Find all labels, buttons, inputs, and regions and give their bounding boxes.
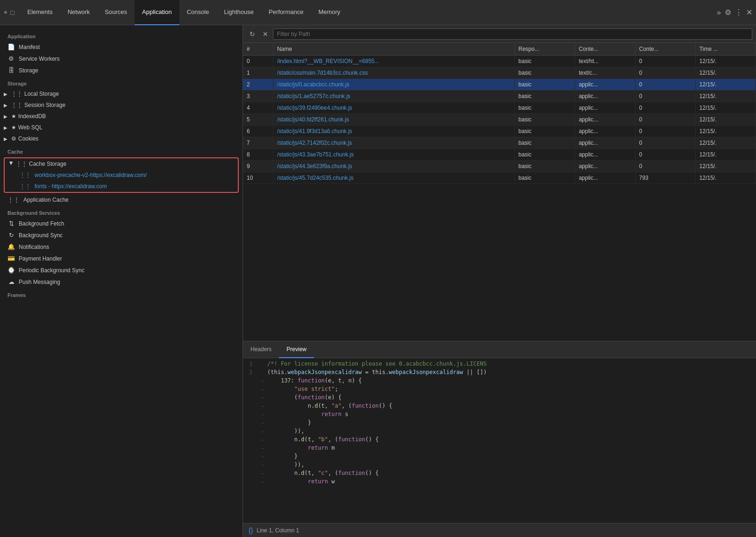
sidebar-item-cookies[interactable]: ▶ ⚙ Cookies [0, 133, 242, 144]
more-options-icon[interactable]: ⋮ [735, 8, 742, 17]
tab-lighthouse[interactable]: Lighthouse [216, 0, 261, 25]
sidebar-notifications-label: Notifications [19, 244, 49, 250]
web-sql-icon: ★ [11, 124, 16, 131]
table-row[interactable]: 0 /index.html?__WB_REVISION__=6855... ba… [243, 56, 756, 67]
storage-section-header: Storage [0, 76, 242, 88]
tab-headers[interactable]: Headers [243, 341, 279, 358]
sidebar-item-cache-storage[interactable]: ▶ ⋮⋮ Cache Storage [5, 158, 238, 170]
tab-console[interactable]: Console [179, 0, 217, 25]
indexed-db-chevron: ▶ [4, 114, 9, 119]
sidebar-item-cache-sub2[interactable]: ⋮⋮ fonts - https://excalidraw.com [5, 181, 238, 192]
toolbar-icons: ⌖ □ [4, 8, 14, 16]
indexed-db-icon: ★ [11, 113, 16, 120]
bg-fetch-icon: ⇅ [7, 220, 15, 227]
sidebar-item-local-storage[interactable]: ▶ ⋮⋮ Local Storage [0, 88, 242, 99]
periodic-bg-sync-icon: ⌚ [7, 267, 15, 274]
sidebar-periodic-bg-sync-label: Periodic Background Sync [19, 267, 85, 274]
sidebar-item-bg-fetch[interactable]: ⇅ Background Fetch [0, 218, 242, 229]
sidebar-item-session-storage[interactable]: ▶ ⋮⋮ Session Storage [0, 99, 242, 111]
code-line-5: - (function(e) { [243, 394, 756, 402]
sidebar-item-cache-sub1[interactable]: ⋮⋮ workbox-precache-v2-https://excalidra… [5, 170, 238, 181]
sidebar-item-bg-sync[interactable]: ↻ Background Sync [0, 229, 242, 241]
table-row[interactable]: 1 /static/css/main.7d14b3cc.chunk.css ba… [243, 67, 756, 79]
app-section-header: Application [0, 29, 242, 41]
tab-memory[interactable]: Memory [311, 0, 348, 25]
tab-bar-right: » ⚙ ⋮ ✕ [717, 8, 752, 17]
line-col-status: Line 1, Column 1 [257, 527, 299, 534]
code-line-2: 2 (this.webpackJsonpexcalidraw = this.we… [243, 368, 756, 377]
code-line-1: 1 /*! For license information please see… [243, 360, 756, 368]
local-storage-chevron: ▶ [4, 92, 9, 97]
sidebar-item-indexed-db[interactable]: ▶ ★ IndexedDB [0, 111, 242, 122]
web-sql-chevron: ▶ [4, 125, 9, 130]
tab-sources[interactable]: Sources [97, 0, 135, 25]
payment-handler-icon: 💳 [7, 255, 15, 262]
status-bar: {} Line 1, Column 1 [243, 523, 756, 537]
col-response: Respo... [514, 43, 575, 56]
bottom-tab-bar: Headers Preview [243, 341, 756, 358]
sidebar-item-app-cache[interactable]: ⋮⋮ Application Cache [0, 194, 242, 205]
table-row[interactable]: 9 /static/js/44.3e623f9a.chunk.js basic … [243, 161, 756, 172]
right-panel: ↻ ✕ # Name Respo... Conte... Conte... Ti… [243, 25, 756, 537]
sidebar-item-periodic-bg-sync[interactable]: ⌚ Periodic Background Sync [0, 264, 242, 276]
table-row[interactable]: 6 /static/js/41.9f3d13a6.chunk.js basic … [243, 126, 756, 137]
session-storage-chevron: ▶ [4, 103, 9, 108]
table-row[interactable]: 7 /static/js/42.7142f02c.chunk.js basic … [243, 137, 756, 149]
tab-elements[interactable]: Elements [20, 0, 60, 25]
main-container: Application 📄 Manifest ⚙ Service Workers… [0, 25, 756, 537]
cache-sub1-icon: ⋮⋮ [20, 172, 31, 178]
table-row[interactable]: 8 /static/js/43.3ae7b751.chunk.js basic … [243, 149, 756, 161]
cache-storage-icon: ⋮⋮ [16, 161, 27, 167]
cache-table: # Name Respo... Conte... Conte... Time .… [243, 43, 756, 341]
sidebar-item-manifest[interactable]: 📄 Manifest [0, 41, 242, 53]
tab-preview[interactable]: Preview [279, 341, 314, 358]
sidebar-app-cache-label: Application Cache [23, 197, 69, 203]
code-preview: 1 /*! For license information please see… [243, 358, 756, 523]
code-line-12: - } [243, 452, 756, 461]
sidebar-item-storage-label[interactable]: 🗄 Storage [0, 64, 242, 76]
storage-icon: 🗄 [7, 67, 15, 74]
service-workers-icon: ⚙ [7, 55, 15, 62]
filter-input[interactable] [273, 28, 752, 40]
settings-icon[interactable]: ⚙ [725, 8, 731, 17]
code-line-6: - n.d(t, "a", (function() { [243, 402, 756, 410]
close-icon[interactable]: ✕ [746, 8, 752, 17]
table-row[interactable]: 5 /static/js/40.fd2ff261.chunk.js basic … [243, 114, 756, 126]
bg-sync-icon: ↻ [7, 232, 15, 239]
code-line-4: - "use strict"; [243, 385, 756, 394]
refresh-button[interactable]: ↻ [247, 28, 258, 40]
push-messaging-icon: ☁ [7, 278, 15, 285]
code-line-8: - } [243, 419, 756, 427]
manifest-icon: 📄 [7, 43, 15, 50]
sidebar-web-sql-label: Web SQL [18, 124, 43, 131]
bottom-panel: Headers Preview 1 /*! For license inform… [243, 341, 756, 537]
table-row[interactable]: 4 /static/js/39.f2490ee4.chunk.js basic … [243, 102, 756, 114]
table-row[interactable]: 3 /static/js/1.ae52757c.chunk.js basic a… [243, 91, 756, 102]
code-line-10: - n.d(t, "b", (function() { [243, 436, 756, 444]
tab-network[interactable]: Network [60, 0, 98, 25]
code-line-9: - )), [243, 427, 756, 436]
table-row[interactable]: 2 /static/js/0.acabcbcc.chunk.js basic a… [243, 79, 756, 91]
tab-application[interactable]: Application [135, 0, 179, 25]
app-cache-icon: ⋮⋮ [7, 196, 20, 203]
col-num: # [243, 43, 273, 56]
sidebar-item-payment-handler[interactable]: 💳 Payment Handler [0, 253, 242, 264]
cursor-icon[interactable]: ⌖ [4, 8, 7, 16]
tab-performance[interactable]: Performance [261, 0, 311, 25]
sidebar: Application 📄 Manifest ⚙ Service Workers… [0, 25, 243, 537]
table-row[interactable]: 10 /static/js/45.7d24c535.chunk.js basic… [243, 172, 756, 184]
sidebar-item-push-messaging[interactable]: ☁ Push Messaging [0, 276, 242, 288]
clear-button[interactable]: ✕ [260, 28, 271, 40]
sidebar-item-notifications[interactable]: 🔔 Notifications [0, 241, 242, 253]
sidebar-item-web-sql[interactable]: ▶ ★ Web SQL [0, 122, 242, 133]
more-tabs-icon[interactable]: » [717, 8, 721, 17]
notifications-icon: 🔔 [7, 243, 15, 250]
sidebar-item-service-workers[interactable]: ⚙ Service Workers [0, 53, 242, 64]
right-toolbar: ↻ ✕ [243, 25, 756, 43]
sidebar-service-workers-label: Service Workers [19, 56, 60, 62]
local-storage-icon: ⋮⋮ [11, 91, 22, 97]
cache-sub2-icon: ⋮⋮ [20, 183, 31, 190]
sidebar-bg-sync-label: Background Sync [19, 232, 63, 239]
braces-icon: {} [249, 527, 253, 534]
inspect-icon[interactable]: □ [10, 9, 14, 16]
